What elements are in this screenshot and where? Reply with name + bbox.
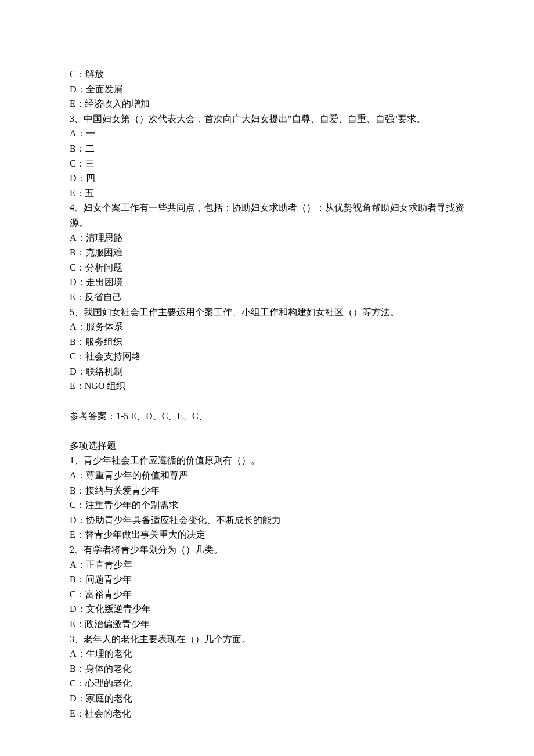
text-line: C：富裕青少年 [70,587,464,602]
text-line: 5、我国妇女社会工作主要运用个案工作、小组工作和构建妇女社区（）等方法。 [70,305,464,320]
text-line: C：解放 [70,67,464,82]
text-line: E：五 [70,186,464,201]
text-line: B：接纳与关爱青少年 [70,483,464,498]
text-line: A：一 [70,126,464,141]
text-line: D：文化叛逆青少年 [70,602,464,617]
text-line: D：协助青少年具备适应社会变化、不断成长的能力 [70,513,464,528]
text-line: E：NGO 组织 [70,379,464,394]
text-line: B：身体的老化 [70,661,464,676]
text-line: E：反省自己 [70,290,464,305]
text-line: 3、老年人的老化主要表现在（）几个方面。 [70,632,464,647]
blank-line [70,423,464,438]
text-line: B：克服困难 [70,245,464,260]
text-line: E：替青少年做出事关重大的决定 [70,527,464,542]
text-line: C：注重青少年的个别需求 [70,498,464,513]
text-line: B：二 [70,141,464,156]
text-line: C：心理的老化 [70,676,464,691]
text-line: A：正直青少年 [70,557,464,573]
text-line: B：问题青少年 [70,572,464,587]
text-line: D：家庭的老化 [70,691,464,706]
text-line: 2、有学者将青少年划分为（）几类。 [70,542,464,557]
text-line: 多项选择题 [70,438,464,453]
text-line: A：服务体系 [70,319,464,334]
text-line: C：三 [70,156,464,171]
text-line: A：尊重青少年的价值和尊严 [70,468,464,483]
text-line: C：社会支持网络 [70,349,464,364]
text-line: A：生理的老化 [70,646,464,661]
text-line: 4、妇女个案工作有一些共同点，包括：协助妇女求助者（）；从优势视角帮助妇女求助者… [70,200,464,230]
text-line: C：分析问题 [70,260,464,275]
text-line: 1、青少年社会工作应遵循的价值原则有（）。 [70,453,464,468]
text-line: E：经济收入的增加 [70,96,464,111]
text-line: D：联络机制 [70,364,464,379]
text-line: A：清理思路 [70,231,464,246]
text-line: 参考答案：1-5 E、D、C、E、C、 [70,409,464,424]
document-page: C：解放D：全面发展E：经济收入的增加3、中国妇女第（）次代表大会，首次向广大妇… [0,0,534,756]
text-line: D：四 [70,171,464,186]
text-line: B：服务组织 [70,334,464,350]
text-line: 3、中国妇女第（）次代表大会，首次向广大妇女提出"自尊、自爱、自重、自强"要求。 [70,111,464,127]
text-line: E：社会的老化 [70,706,464,721]
text-line: E：政治偏激青少年 [70,617,464,632]
text-line: D：走出困境 [70,275,464,290]
blank-line [70,394,464,409]
text-line: D：全面发展 [70,82,464,97]
